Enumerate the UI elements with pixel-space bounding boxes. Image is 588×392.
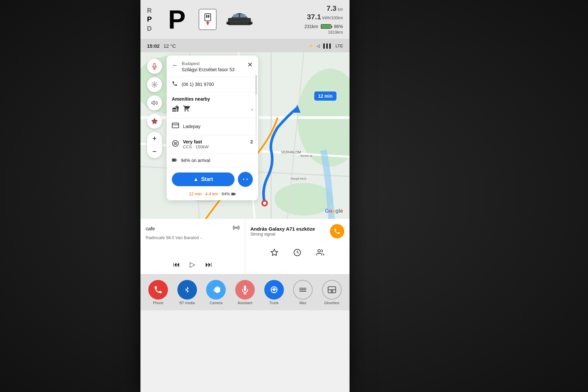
stat2-unit: kWh/100km	[322, 16, 343, 20]
charger-status-icon	[199, 9, 217, 30]
network-label: LTE	[335, 43, 343, 48]
camera-app-label: Camera	[210, 301, 222, 305]
svg-rect-7	[249, 22, 253, 24]
svg-rect-9	[240, 14, 246, 17]
glovebox-app-button[interactable]: Glovebox	[322, 280, 342, 305]
trunk-app-button[interactable]: Trunk	[264, 280, 284, 305]
trip-distance: 4.4 km	[205, 191, 218, 196]
prev-track-button[interactable]: ⏮	[173, 260, 180, 269]
compass-button[interactable]	[147, 114, 162, 129]
amenities-title: Amenities nearby	[172, 96, 253, 102]
status-bar: 15:02 12 °C ⚡ ◁ ▌▌▌ LTE	[140, 39, 350, 52]
restaurant-icon	[172, 105, 179, 114]
stat1-val: 7.3	[326, 4, 336, 13]
ladepay-row: Ladepay	[167, 118, 258, 135]
bluetooth-app-label: BT media	[179, 301, 195, 305]
settings-button[interactable]	[147, 77, 162, 92]
phone-row[interactable]: (06 1) 381 9700	[167, 77, 258, 92]
back-button[interactable]: ←	[172, 61, 178, 69]
svg-rect-35	[172, 123, 179, 128]
start-button[interactable]: ▲ Start	[172, 172, 235, 186]
battery-icon	[321, 24, 331, 29]
svg-marker-34	[152, 119, 157, 124]
play-pause-button[interactable]: ▷	[190, 260, 195, 269]
app-bar: Phone BT media Camera	[140, 274, 350, 310]
svg-point-32	[154, 84, 155, 86]
assistant-app-button[interactable]: Assistant	[235, 280, 255, 305]
media-phone-row: cafe Radiocafe 98.0 Van Baratod -. ⏮ ▷ ⏭	[140, 219, 350, 274]
favorites-button[interactable]	[266, 244, 283, 261]
media-station: cafe	[146, 226, 155, 231]
status-icons: ⚡ ◁ ▌▌▌ LTE	[308, 43, 343, 48]
svg-text:Bimbó út: Bimbó út	[301, 154, 312, 157]
charger-count: 2	[250, 139, 253, 144]
svg-point-46	[318, 250, 320, 252]
glovebox-icon	[322, 280, 342, 300]
location-address: Szilágyi Erzsébet fasor 53	[182, 67, 245, 73]
svg-marker-44	[271, 249, 278, 255]
total-range: 1819km	[304, 30, 343, 35]
phone-app-icon	[148, 280, 168, 300]
battery-range: 231km	[304, 24, 318, 29]
bottom-area: cafe Radiocafe 98.0 Van Baratod -. ⏮ ▷ ⏭	[140, 219, 350, 310]
ladepay-label: Ladepay	[183, 124, 201, 129]
gear-selector: R P D	[147, 6, 152, 33]
trip-battery-icon	[231, 191, 236, 196]
svg-text:Margit körút: Margit körút	[291, 177, 306, 180]
phone-panel-top: András Galaxy A71 eszköze Strong signal	[251, 224, 345, 238]
zoom-out-button[interactable]: −	[147, 145, 162, 158]
zoom-in-button[interactable]: +	[147, 132, 162, 145]
charger-details: Very fast CCS · 150kW	[183, 139, 246, 149]
svg-marker-33	[152, 101, 155, 105]
mic-button[interactable]	[147, 59, 162, 74]
battery-small-icon	[172, 157, 177, 164]
charger-spec: CCS · 150kW	[183, 144, 246, 149]
camera-icon	[206, 280, 226, 300]
phone-number: (06 1) 381 9700	[182, 82, 214, 87]
gear-p: P	[147, 15, 152, 24]
trunk-icon	[264, 280, 284, 300]
trip-separator2: ·	[219, 191, 221, 196]
svg-point-24	[263, 202, 266, 205]
start-nav-icon: ▲	[193, 176, 199, 182]
bluetooth-icon: ⚡	[308, 43, 313, 48]
phone-icon	[172, 81, 178, 88]
close-button[interactable]: ✕	[247, 61, 253, 69]
phone-panel: András Galaxy A71 eszköze Strong signal	[245, 219, 350, 274]
max-app-label: Max	[300, 301, 306, 305]
info-panel: ← Budapest Szilágyi Erzsébet fasor 53 ✕ …	[167, 56, 258, 200]
device-name: András Galaxy A71 eszköze	[251, 226, 315, 232]
google-logo: Google	[325, 208, 343, 214]
start-label: Start	[201, 176, 213, 182]
broadcast-icon	[233, 224, 240, 233]
charger-speed: Very fast	[183, 139, 246, 144]
battery-pct: 96%	[334, 24, 343, 29]
routes-button[interactable]	[238, 172, 253, 187]
phone-screen: R P D P	[140, 0, 350, 392]
phone-actions	[251, 240, 345, 261]
arrival-row: 94% on arrival	[167, 154, 258, 168]
amenities-section[interactable]: Amenities nearby ›	[167, 92, 258, 118]
trip-battery: 94%	[221, 191, 230, 196]
media-top: cafe	[146, 224, 240, 233]
arrival-text: 94% on arrival	[181, 158, 210, 163]
phone-app-button[interactable]: Phone	[148, 280, 168, 305]
volume-button[interactable]	[147, 95, 162, 110]
next-track-button[interactable]: ⏭	[205, 260, 212, 269]
svg-point-15	[274, 183, 333, 216]
max-app-button[interactable]: Max	[293, 280, 313, 305]
svg-text:VERHALOM: VERHALOM	[281, 150, 301, 154]
camera-app-button[interactable]: Camera	[206, 280, 226, 305]
bluetooth-app-button[interactable]: BT media	[177, 280, 197, 305]
svg-rect-42	[232, 193, 235, 195]
status-temp: 12 °C	[163, 43, 176, 49]
contacts-button[interactable]	[312, 244, 328, 261]
svg-rect-8	[233, 14, 239, 17]
media-panel: cafe Radiocafe 98.0 Van Baratod -. ⏮ ▷ ⏭	[140, 219, 245, 274]
stat1-unit: km	[338, 7, 343, 12]
zoom-controls: + −	[147, 132, 162, 158]
bluetooth-icon	[177, 280, 197, 300]
ladepay-icon	[172, 122, 179, 131]
ev-charger-icon	[172, 140, 179, 149]
recent-calls-button[interactable]	[289, 244, 305, 261]
